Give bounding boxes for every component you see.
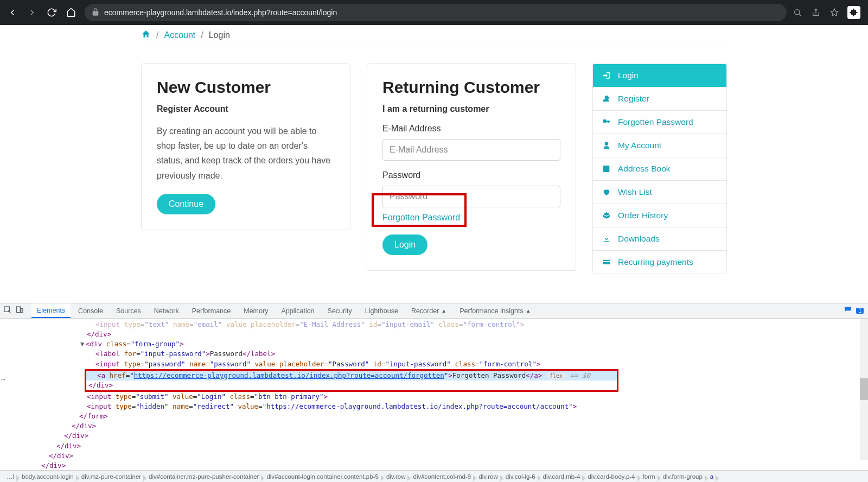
bookmark-star-icon[interactable] <box>829 7 840 18</box>
reload-button[interactable] <box>43 4 60 21</box>
chrome-right-icons <box>792 6 864 19</box>
forward-button[interactable] <box>24 4 40 21</box>
lock-icon <box>91 8 100 18</box>
browser-chrome: ecommerce-playground.lambdatest.io/index… <box>0 0 868 25</box>
back-button[interactable] <box>4 4 21 21</box>
home-button[interactable] <box>63 4 79 21</box>
zoom-icon[interactable] <box>792 7 803 18</box>
share-icon[interactable] <box>810 7 821 18</box>
svg-marker-1 <box>831 9 838 16</box>
svg-point-0 <box>795 10 800 15</box>
url-text: ecommerce-playground.lambdatest.io/index… <box>104 8 337 17</box>
address-bar[interactable]: ecommerce-playground.lambdatest.io/index… <box>85 4 787 21</box>
extensions-icon[interactable] <box>847 6 860 19</box>
